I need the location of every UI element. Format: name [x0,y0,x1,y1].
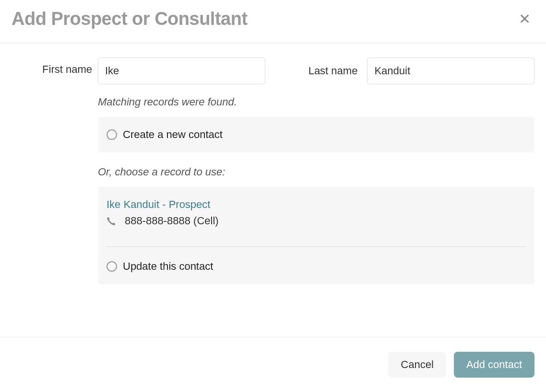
matching-hint: Matching records were found. [98,96,534,108]
record-divider [107,246,526,247]
record-title[interactable]: Ike Kanduit - Prospect [107,198,526,211]
phone-icon [107,217,115,225]
first-name-label: First name [42,63,92,75]
first-name-input[interactable] [98,58,265,84]
create-new-label: Create a new contact [123,128,223,141]
last-name-label: Last name [270,65,363,77]
record-card[interactable]: Ike Kanduit - Prospect 888-888-8888 (Cel… [98,187,534,284]
create-new-card[interactable]: Create a new contact [98,117,534,152]
last-name-input[interactable] [367,58,534,84]
add-contact-button[interactable]: Add contact [454,352,534,378]
create-new-radio[interactable] [107,129,117,140]
cancel-button[interactable]: Cancel [388,352,446,378]
update-contact-label: Update this contact [123,260,213,273]
record-phone: 888-888-8888 (Cell) [125,215,219,227]
modal-title: Add Prospect or Consultant [12,9,248,29]
update-contact-radio[interactable] [107,261,117,272]
choose-record-hint: Or, choose a record to use: [98,166,534,178]
close-icon[interactable]: ✕ [515,10,534,28]
